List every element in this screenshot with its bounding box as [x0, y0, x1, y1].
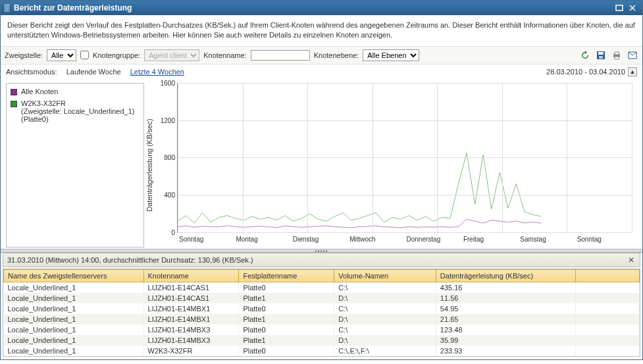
nodegroup-label: Knotengruppe:	[93, 51, 140, 59]
y-tick-label: 1600	[155, 79, 175, 86]
y-tick-label: 400	[155, 192, 175, 199]
svg-rect-5	[599, 56, 603, 59]
titlebar: Bericht zur Datenträgerleistung	[1, 1, 642, 15]
table-cell: 54.95	[436, 303, 576, 314]
table-cell	[576, 335, 640, 346]
nodename-input[interactable]	[251, 50, 310, 61]
table-cell: LIJZH01-E14MBX3	[143, 335, 239, 346]
detail-header: 31.03.2010 (Mittwoch) 14:00, durchschnit…	[3, 253, 640, 267]
viewmode-current: Laufende Woche	[66, 68, 121, 76]
grid-line-vertical	[307, 83, 308, 232]
column-header[interactable]: Name des Zweigstellenservers	[4, 269, 144, 282]
grid-line-vertical	[567, 83, 567, 232]
legend-swatch-icon	[11, 89, 17, 95]
grid-line-vertical	[178, 83, 178, 232]
viewmode-link-last4weeks[interactable]: Letzte 4 Wochen	[130, 68, 184, 76]
close-button[interactable]	[627, 3, 638, 13]
x-tick-label: Samstag	[518, 236, 575, 247]
table-row[interactable]: Locale_Underlined_1W2K3-X32FRPlatte0C:\,…	[4, 346, 640, 356]
split-handle[interactable]	[1, 249, 642, 253]
table-cell	[576, 325, 640, 335]
table-row[interactable]: Locale_Underlined_1LIJZH01-E14CAS1Platte…	[4, 293, 640, 303]
column-header[interactable]	[576, 269, 640, 282]
filter-bar: Zweigstelle: Alle Knotengruppe: Agent cl…	[1, 46, 642, 65]
x-tick-label: Sonntag	[575, 236, 632, 247]
nodegroup-checkbox[interactable]	[80, 51, 89, 59]
table-cell	[576, 314, 640, 325]
grip-icon	[5, 4, 10, 12]
table-cell: Platte0	[239, 325, 334, 335]
table-cell: Platte1	[239, 314, 334, 325]
table-row[interactable]: Locale_Underlined_1LIJZH01-E14MBX1Platte…	[4, 303, 640, 314]
table-cell	[576, 293, 640, 303]
nodegroup-select: Agent client	[144, 49, 199, 61]
chart-series-line	[178, 219, 541, 228]
chart-x-axis: SonntagMontagDienstagMittwochDonnerstagF…	[177, 236, 632, 247]
detail-close-button[interactable]: ✕	[627, 255, 636, 265]
table-cell: Locale_Underlined_1	[4, 282, 144, 293]
print-icon[interactable]	[611, 49, 623, 61]
column-header[interactable]: Knotenname	[143, 269, 239, 282]
table-cell: Platte1	[239, 293, 334, 303]
table-cell: D:\	[334, 335, 436, 346]
legend-item: Alle Knoten	[11, 88, 140, 95]
save-icon[interactable]	[595, 49, 607, 61]
nodelevel-select[interactable]: Alle Ebenen	[363, 49, 419, 61]
table-cell: D:\	[334, 314, 436, 325]
y-tick-label: 1200	[155, 117, 175, 124]
scroll-up-button[interactable]: ▲	[628, 67, 637, 76]
table-cell: C:\	[334, 282, 436, 293]
table-row[interactable]: Locale_Underlined_1LIJZH01-E14MBX3Platte…	[4, 325, 640, 335]
view-bar: Ansichtsmodus: Laufende Woche Letzte 4 W…	[1, 65, 642, 79]
maximize-button[interactable]	[613, 3, 625, 13]
x-tick-label: Sonntag	[177, 236, 234, 247]
nodename-label: Knotenname:	[203, 51, 246, 59]
table-cell	[576, 282, 640, 293]
x-tick-label: Donnerstag	[405, 236, 461, 247]
svg-rect-4	[598, 52, 604, 55]
table-cell: Platte0	[239, 346, 334, 356]
table-cell: 435.16	[436, 282, 576, 293]
table-row[interactable]: Locale_Underlined_1LIJZH01-E14MBX3Platte…	[4, 335, 640, 346]
table-cell: LIJZH01-E14MBX1	[143, 314, 239, 325]
table-cell: Locale_Underlined_1	[4, 346, 144, 356]
column-header[interactable]: Volume-Namen	[334, 269, 436, 282]
table-cell: 21.65	[436, 314, 576, 325]
table-cell	[576, 346, 640, 356]
table-cell: Platte1	[239, 335, 334, 346]
table-cell: Locale_Underlined_1	[4, 314, 144, 325]
y-tick-label: 0	[155, 228, 175, 236]
branch-select[interactable]: Alle	[47, 49, 76, 61]
table-cell: Locale_Underlined_1	[4, 325, 144, 335]
table-cell: LIJZH01-E14MBX3	[143, 325, 239, 335]
y-tick-label: 800	[155, 154, 175, 161]
date-range: 28.03.2010 - 03.04.2010	[546, 68, 625, 76]
refresh-icon[interactable]	[579, 49, 591, 61]
grid-line	[178, 195, 632, 195]
table-cell: Platte0	[239, 282, 334, 293]
legend-swatch-icon	[11, 101, 17, 107]
email-icon[interactable]	[627, 49, 638, 61]
viewmode-label: Ansichtsmodus:	[6, 68, 57, 76]
legend-label: Alle Knoten	[21, 88, 58, 95]
chart-series-line	[178, 153, 541, 222]
chart-legend: Alle Knoten W2K3-X32FR (Zweigstelle: Loc…	[6, 83, 144, 247]
x-tick-label: Dienstag	[291, 236, 347, 247]
chart-y-axis-label: Datenträgerleistung (KB/sec)	[145, 118, 153, 211]
table-cell: W2K3-X32FR	[143, 346, 239, 356]
table-cell: 123.48	[436, 325, 576, 335]
table-cell	[576, 303, 640, 314]
grid-line	[178, 157, 632, 158]
column-header[interactable]: Datenträgerleistung (KB/sec)	[436, 269, 576, 282]
table-cell: LIJZH01-E14MBX1	[143, 303, 239, 314]
table-cell: C:\	[334, 303, 436, 314]
table-cell: Locale_Underlined_1	[4, 293, 144, 303]
grid-line	[178, 120, 632, 121]
table-row[interactable]: Locale_Underlined_1LIJZH01-E14MBX1Platte…	[4, 314, 640, 325]
svg-rect-7	[615, 52, 619, 55]
column-header[interactable]: Festplattenname	[239, 269, 334, 282]
chart: Datenträgerleistung (KB/sec) 04008001200…	[149, 83, 637, 247]
chart-plot-area[interactable]: 040080012001600	[177, 83, 632, 233]
detail-header-text: 31.03.2010 (Mittwoch) 14:00, durchschnit…	[7, 256, 253, 264]
table-row[interactable]: Locale_Underlined_1LIJZH01-E14CAS1Platte…	[4, 282, 640, 293]
